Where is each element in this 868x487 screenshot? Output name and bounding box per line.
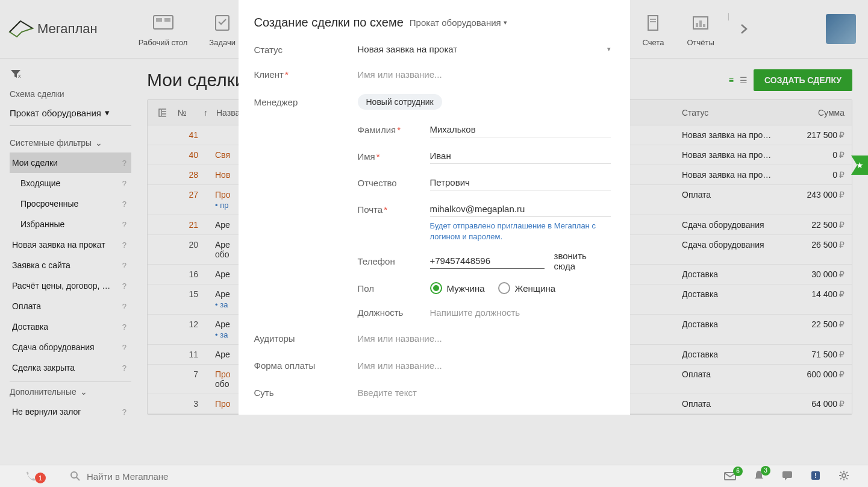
- inbox-button[interactable]: 6: [723, 470, 737, 483]
- email-label: Почта*: [358, 204, 430, 215]
- chat-icon: [781, 470, 793, 481]
- modal-title-row: Создание сделки по схеме Прокат оборудов…: [254, 16, 611, 30]
- bb-left: 1: [0, 470, 60, 482]
- gender-male-radio[interactable]: Мужчина: [430, 282, 485, 294]
- position-label: Должность: [358, 307, 430, 318]
- call-here-link[interactable]: звонить сюда: [554, 251, 611, 271]
- lastname-input[interactable]: [430, 122, 611, 137]
- search-icon: [70, 471, 81, 482]
- auditors-label: Аудиторы: [254, 333, 358, 344]
- svg-point-33: [842, 474, 846, 477]
- phone-badge: 1: [35, 473, 46, 483]
- global-search[interactable]: [60, 471, 723, 482]
- svg-point-27: [71, 472, 77, 478]
- modal-title: Создание сделки по схеме: [254, 16, 404, 30]
- inbox-badge: 6: [733, 467, 743, 476]
- gender-label: Пол: [358, 283, 430, 294]
- alert-button[interactable]: !: [810, 470, 821, 483]
- auditors-input[interactable]: [358, 331, 611, 346]
- status-select[interactable]: Новая заявка на прокат▾: [358, 44, 611, 55]
- phone-button[interactable]: 1: [0, 470, 60, 482]
- status-value: Новая заявка на прокат: [358, 44, 458, 54]
- create-deal-modal: Создание сделки по схеме Прокат оборудов…: [239, 0, 630, 415]
- firstname-label: Имя*: [358, 151, 430, 162]
- gender-female-radio[interactable]: Женщина: [498, 282, 556, 294]
- phone-input[interactable]: [430, 253, 545, 269]
- client-input[interactable]: [358, 67, 611, 82]
- svg-rect-30: [782, 471, 792, 478]
- radio-icon: [430, 282, 442, 294]
- radio-label: Мужчина: [447, 283, 485, 294]
- caret-down-icon: ▾: [504, 19, 507, 27]
- payform-input[interactable]: [358, 358, 611, 373]
- search-input[interactable]: [87, 471, 267, 482]
- firstname-input[interactable]: [430, 148, 611, 164]
- phone-icon: [24, 470, 36, 482]
- position-input[interactable]: [430, 305, 611, 320]
- bb-right: 6 3 !: [723, 470, 868, 483]
- payform-label: Форма оплаты: [254, 360, 358, 371]
- gear-icon: [838, 470, 850, 482]
- modal-backdrop[interactable]: Создание сделки по схеме Прокат оборудов…: [0, 0, 868, 487]
- svg-line-28: [76, 477, 80, 480]
- bell-button[interactable]: 3: [754, 470, 764, 483]
- radio-label: Женщина: [515, 283, 556, 294]
- caret-down-icon: ▾: [607, 45, 611, 53]
- gender-radio-group: Мужчина Женщина: [430, 282, 556, 294]
- modal-scheme-label: Прокат оборудования: [410, 17, 501, 28]
- manager-label: Менеджер: [254, 97, 358, 107]
- phone-label: Телефон: [358, 256, 430, 266]
- client-label: Клиент*: [254, 69, 358, 80]
- email-note: Будет отправлено приглашение в Мегаплан …: [430, 221, 611, 242]
- lastname-label: Фамилия*: [358, 125, 430, 135]
- modal-scheme-select[interactable]: Прокат оборудования ▾: [410, 17, 507, 28]
- essence-input[interactable]: [358, 385, 611, 400]
- manager-tag[interactable]: Новый сотрудник: [358, 94, 442, 110]
- chat-button[interactable]: [781, 470, 793, 483]
- bottombar: 1 6 3 !: [0, 465, 868, 487]
- alert-icon: !: [810, 470, 821, 481]
- bell-badge: 3: [761, 466, 770, 476]
- email-input[interactable]: [430, 201, 611, 217]
- status-label: Статус: [254, 45, 358, 55]
- essence-label: Суть: [254, 388, 358, 398]
- settings-button[interactable]: [838, 470, 850, 483]
- radio-icon: [498, 282, 510, 294]
- svg-text:!: !: [814, 472, 817, 479]
- patronymic-input[interactable]: [430, 175, 611, 190]
- patronymic-label: Отчество: [358, 178, 430, 188]
